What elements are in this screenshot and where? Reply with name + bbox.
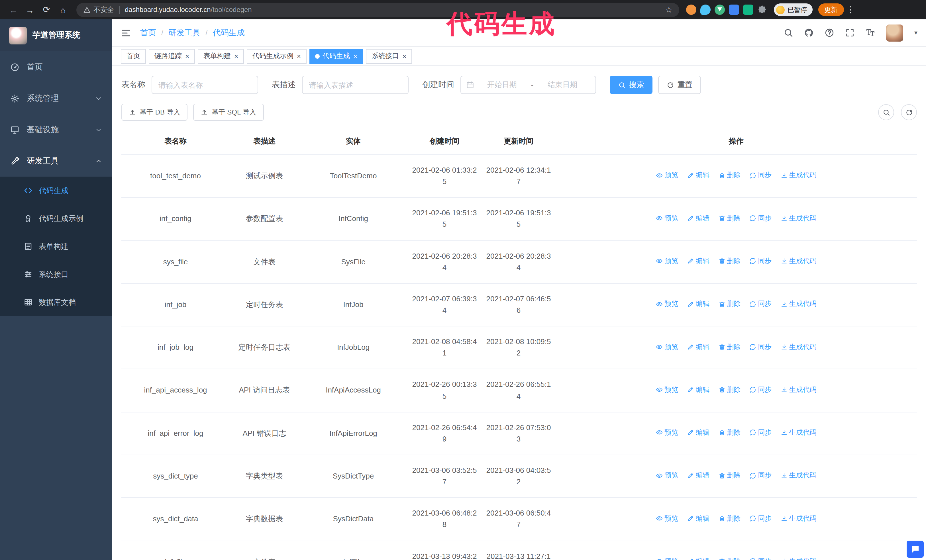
sync-link[interactable]: 同步 [749, 299, 772, 309]
caret-down-icon[interactable]: ▾ [914, 29, 917, 36]
browser-home-button[interactable]: ⌂ [55, 2, 71, 17]
sidebar-item-codegen-example[interactable]: 代码生成示例 [0, 205, 112, 232]
sidebar-item-form-builder[interactable]: 表单构建 [0, 232, 112, 260]
delete-link[interactable]: 删除 [718, 170, 740, 181]
delete-link[interactable]: 删除 [718, 256, 740, 266]
github-icon[interactable] [804, 28, 814, 38]
delete-link[interactable]: 删除 [718, 213, 740, 223]
close-icon[interactable]: × [402, 53, 406, 60]
import-sql-button[interactable]: 基于 SQL 导入 [194, 104, 263, 121]
sync-link[interactable]: 同步 [749, 213, 772, 223]
tab-system-api[interactable]: 系统接口× [366, 49, 412, 63]
generate-code-link[interactable]: 生成代码 [781, 299, 817, 309]
sync-link[interactable]: 同步 [749, 470, 772, 481]
generate-code-link[interactable]: 生成代码 [781, 470, 817, 481]
close-icon[interactable]: × [185, 53, 189, 60]
edit-link[interactable]: 编辑 [687, 299, 710, 309]
extension-icon-orange[interactable] [686, 5, 696, 15]
font-size-icon[interactable] [866, 28, 876, 38]
sidebar-fold-icon[interactable] [121, 28, 131, 38]
edit-link[interactable]: 编辑 [687, 470, 710, 481]
sync-link[interactable]: 同步 [749, 341, 772, 352]
browser-forward-button[interactable]: → [22, 2, 38, 17]
edit-link[interactable]: 编辑 [687, 513, 710, 524]
preview-link[interactable]: 预览 [656, 556, 678, 560]
chrome-update-button[interactable]: 更新 [818, 3, 844, 16]
reset-button[interactable]: 重置 [658, 76, 701, 94]
import-db-button[interactable]: 基于 DB 导入 [121, 104, 188, 121]
sidebar-item-system-management[interactable]: 系统管理 [0, 83, 112, 114]
toggle-search-button[interactable] [878, 104, 894, 120]
preview-link[interactable]: 预览 [656, 341, 678, 352]
sync-link[interactable]: 同步 [749, 556, 772, 560]
create-time-range-picker[interactable]: 开始日期 - 结束日期 [460, 76, 596, 94]
close-icon[interactable]: × [353, 53, 357, 60]
sidebar-item-codegen[interactable]: 代码生成 [0, 177, 112, 205]
extension-icon-green[interactable] [743, 5, 754, 15]
generate-code-link[interactable]: 生成代码 [781, 427, 817, 438]
address-bar[interactable]: 不安全 dashboard.yudao.iocoder.cn /tool/cod… [76, 3, 679, 17]
sync-link[interactable]: 同步 [749, 427, 772, 438]
generate-code-link[interactable]: 生成代码 [781, 556, 817, 560]
generate-code-link[interactable]: 生成代码 [781, 341, 817, 352]
bookmark-star-icon[interactable]: ☆ [665, 5, 672, 14]
extensions-puzzle-icon[interactable] [757, 5, 767, 15]
breadcrumb-home[interactable]: 首页 [140, 28, 156, 38]
close-icon[interactable]: × [297, 53, 301, 60]
extension-icon-drop[interactable] [701, 5, 711, 15]
extension-icon-blue[interactable] [729, 5, 739, 15]
preview-link[interactable]: 预览 [656, 170, 678, 181]
generate-code-link[interactable]: 生成代码 [781, 256, 817, 266]
floating-helper-button[interactable] [906, 540, 924, 558]
sync-link[interactable]: 同步 [749, 385, 772, 395]
generate-code-link[interactable]: 生成代码 [781, 213, 817, 223]
preview-link[interactable]: 预览 [656, 213, 678, 223]
delete-link[interactable]: 删除 [718, 513, 740, 524]
edit-link[interactable]: 编辑 [687, 170, 710, 181]
table-name-input[interactable] [151, 76, 258, 94]
preview-link[interactable]: 预览 [656, 299, 678, 309]
tab-form-builder[interactable]: 表单构建× [198, 49, 244, 63]
delete-link[interactable]: 删除 [718, 556, 740, 560]
edit-link[interactable]: 编辑 [687, 341, 710, 352]
tab-codegen-example[interactable]: 代码生成示例× [247, 49, 307, 63]
sidebar-item-home[interactable]: 首页 [0, 51, 112, 83]
delete-link[interactable]: 删除 [718, 299, 740, 309]
close-icon[interactable]: × [234, 53, 238, 60]
delete-link[interactable]: 删除 [718, 385, 740, 395]
delete-link[interactable]: 删除 [718, 427, 740, 438]
generate-code-link[interactable]: 生成代码 [781, 385, 817, 395]
extension-icon-vue-devtools[interactable] [714, 5, 725, 15]
sidebar-item-dev-tools[interactable]: 研发工具 [0, 145, 112, 177]
avatar[interactable] [887, 24, 903, 41]
edit-link[interactable]: 编辑 [687, 556, 710, 560]
preview-link[interactable]: 预览 [656, 513, 678, 524]
refresh-table-button[interactable] [901, 104, 917, 120]
edit-link[interactable]: 编辑 [687, 213, 710, 223]
help-icon[interactable] [825, 28, 835, 38]
tab-codegen[interactable]: 代码生成× [309, 49, 363, 63]
sync-link[interactable]: 同步 [749, 256, 772, 266]
browser-back-button[interactable]: ← [6, 2, 21, 17]
edit-link[interactable]: 编辑 [687, 427, 710, 438]
header-search-icon[interactable] [784, 28, 793, 38]
preview-link[interactable]: 预览 [656, 427, 678, 438]
sidebar-item-system-api[interactable]: 系统接口 [0, 260, 112, 288]
sidebar-item-db-docs[interactable]: 数据库文档 [0, 288, 112, 316]
tab-trace[interactable]: 链路追踪× [149, 49, 195, 63]
table-desc-input[interactable] [302, 76, 409, 94]
browser-menu-icon[interactable]: ⋮ [845, 5, 856, 15]
delete-link[interactable]: 删除 [718, 341, 740, 352]
search-button[interactable]: 搜索 [610, 76, 652, 94]
edit-link[interactable]: 编辑 [687, 256, 710, 266]
tab-home[interactable]: 首页 [121, 49, 146, 63]
breadcrumb-dev-tools[interactable]: 研发工具 [168, 28, 200, 38]
generate-code-link[interactable]: 生成代码 [781, 513, 817, 524]
sidebar-item-infrastructure[interactable]: 基础设施 [0, 114, 112, 145]
preview-link[interactable]: 预览 [656, 470, 678, 481]
browser-reload-button[interactable]: ⟳ [39, 2, 54, 17]
fullscreen-icon[interactable] [845, 28, 855, 38]
delete-link[interactable]: 删除 [718, 470, 740, 481]
sidebar-logo[interactable]: 芋道管理系统 [0, 20, 112, 51]
sync-link[interactable]: 同步 [749, 513, 772, 524]
